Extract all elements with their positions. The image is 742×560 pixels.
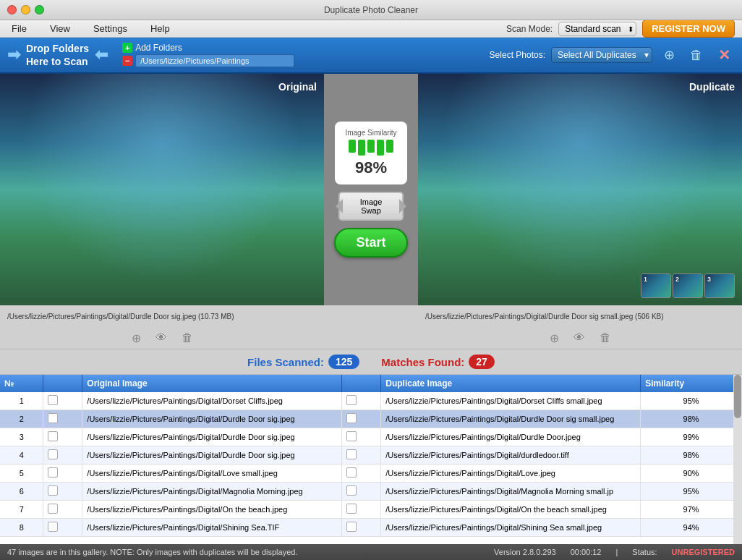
original-trash-icon[interactable]: 🗑 (182, 331, 193, 344)
cell-num: 7 (0, 501, 43, 519)
menu-help[interactable]: Help (146, 22, 174, 35)
cell-cb-dup[interactable] (342, 501, 381, 519)
cell-cb-orig[interactable] (43, 410, 82, 428)
results-table-container: № Original Image Duplicate Image Similar… (0, 375, 742, 544)
cell-dup: /Users/lizzie/Pictures/Paintings/Digital… (381, 519, 641, 537)
menu-view[interactable]: View (46, 22, 74, 35)
arrow-right-icon: ⬅ (95, 46, 108, 64)
cell-orig: /Users/lizzie/Pictures/Paintings/Digital… (82, 483, 342, 501)
checkbox-orig[interactable] (48, 413, 58, 423)
cell-cb-orig[interactable] (43, 519, 82, 537)
window-title: Duplicate Photo Cleaner (324, 5, 418, 15)
cell-orig: /Users/lizzie/Pictures/Paintings/Digital… (82, 410, 342, 428)
thumbnail-3[interactable]: 3 (704, 273, 735, 298)
checkbox-orig[interactable] (48, 522, 58, 532)
cell-dup: /Users/lizzie/Pictures/Paintings/Digital… (381, 392, 641, 410)
drop-line2: Here to Scan (26, 55, 89, 68)
cell-num: 6 (0, 483, 43, 501)
checkbox-dup[interactable] (346, 395, 357, 405)
status-value: UNREGISTERED (672, 548, 735, 556)
scrollbar-thumb[interactable] (734, 375, 741, 418)
close-x-button[interactable]: ✕ (713, 44, 735, 66)
delete-button[interactable]: 🗑 (686, 44, 707, 66)
stats-bar: Files Scanned: 125 Matches Found: 27 (0, 349, 742, 375)
checkbox-orig[interactable] (48, 485, 58, 496)
cell-cb-orig[interactable] (43, 392, 82, 410)
cell-orig: /Users/lizzie/Pictures/Paintings/Digital… (82, 464, 342, 483)
checkbox-orig[interactable] (48, 467, 58, 478)
select-photos-area: Select Photos: Select All Duplicates Sel… (490, 44, 735, 66)
duplicate-trash-icon[interactable]: 🗑 (600, 331, 611, 344)
images-section: Original Image Similarity 98% Ima (0, 74, 742, 349)
original-image-panel: Original (0, 74, 324, 305)
original-image[interactable] (0, 74, 324, 305)
th-cb-dup (342, 375, 381, 392)
svg-point-1 (8, 74, 317, 177)
files-scanned: Files Scanned: 125 (247, 355, 359, 369)
duplicate-add-icon[interactable]: ⊕ (550, 331, 559, 345)
sim-bar-3 (367, 140, 375, 153)
cell-dup: /Users/lizzie/Pictures/Paintings/Digital… (381, 428, 641, 446)
thumbnail-2[interactable]: 2 (673, 273, 703, 298)
cell-num: 2 (0, 410, 43, 428)
add-folder-label[interactable]: Add Folders (135, 43, 182, 53)
cell-cb-dup[interactable] (342, 446, 381, 464)
cell-cb-dup[interactable] (342, 464, 381, 483)
cell-orig: /Users/lizzie/Pictures/Paintings/Digital… (82, 392, 342, 410)
cell-sim: 95% (641, 392, 742, 410)
duplicate-image-panel: Duplicate 1 2 3 (418, 74, 742, 305)
checkbox-dup[interactable] (346, 485, 357, 496)
start-button[interactable]: Start (334, 228, 407, 258)
minimize-button[interactable] (21, 5, 30, 14)
image-swap-button[interactable]: Image Swap (338, 192, 404, 221)
drop-zone[interactable]: ➡ Drop Folders Here to Scan ⬅ (7, 42, 108, 68)
maximize-button[interactable] (35, 5, 44, 14)
add-folder-icon[interactable]: + (122, 43, 132, 53)
folder-path: /Users/lizzie/Pictures/Paintings (135, 54, 294, 67)
close-button[interactable] (7, 5, 17, 14)
duplicate-image[interactable] (418, 74, 742, 305)
checkbox-orig[interactable] (48, 395, 58, 405)
table-row: 4 /Users/lizzie/Pictures/Paintings/Digit… (0, 446, 742, 464)
cell-sim: 98% (641, 410, 742, 428)
remove-folder-icon[interactable]: − (122, 56, 132, 66)
svg-rect-3 (418, 74, 742, 305)
thumbnail-1[interactable]: 1 (641, 273, 671, 298)
checkbox-dup[interactable] (346, 467, 357, 478)
duplicate-view-icon[interactable]: 👁 (573, 331, 585, 344)
cell-cb-orig[interactable] (43, 464, 82, 483)
thumbnail-strip: 1 2 3 (641, 273, 735, 298)
cell-cb-dup[interactable] (342, 428, 381, 446)
checkbox-dup[interactable] (346, 413, 357, 423)
register-button[interactable]: REGISTER NOW (642, 20, 735, 38)
original-view-icon[interactable]: 👁 (155, 331, 167, 344)
add-circle-button[interactable]: ⊕ (658, 44, 680, 66)
cell-cb-dup[interactable] (342, 410, 381, 428)
image-captions: /Users/lizzie/Pictures/Paintings/Digital… (0, 305, 742, 327)
scan-mode-select[interactable]: Standard scan Similar photos (558, 22, 636, 36)
menu-file[interactable]: File (7, 22, 31, 35)
status-message: 47 images are in this gallery. NOTE: Onl… (7, 548, 297, 556)
scrollbar[interactable] (733, 375, 742, 544)
similarity-percent: 98% (345, 158, 397, 177)
sim-bar-5 (386, 140, 393, 153)
original-add-icon[interactable]: ⊕ (132, 331, 141, 345)
cell-cb-dup[interactable] (342, 483, 381, 501)
cell-cb-dup[interactable] (342, 392, 381, 410)
select-photos-dropdown[interactable]: Select All Duplicates Select None Select… (551, 47, 652, 63)
cell-cb-orig[interactable] (43, 428, 82, 446)
cell-cb-orig[interactable] (43, 446, 82, 464)
cell-cb-orig[interactable] (43, 483, 82, 501)
checkbox-dup[interactable] (346, 504, 357, 514)
cell-cb-dup[interactable] (342, 519, 381, 537)
checkbox-dup[interactable] (346, 522, 357, 532)
menu-settings[interactable]: Settings (89, 22, 132, 35)
status-divider: | (615, 548, 618, 556)
cell-cb-orig[interactable] (43, 501, 82, 519)
checkbox-orig[interactable] (48, 504, 58, 514)
checkbox-orig[interactable] (48, 431, 58, 441)
checkbox-dup[interactable] (346, 449, 357, 459)
checkbox-orig[interactable] (48, 449, 58, 459)
table-row: 3 /Users/lizzie/Pictures/Paintings/Digit… (0, 428, 742, 446)
checkbox-dup[interactable] (346, 431, 357, 441)
